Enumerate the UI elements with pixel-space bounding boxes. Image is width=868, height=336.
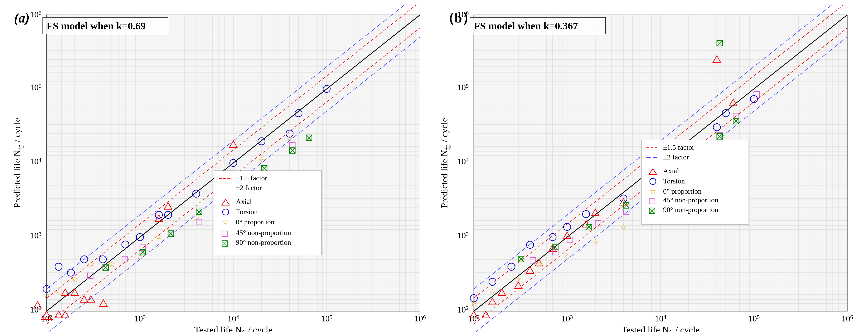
- svg-text:0° proportion: 0° proportion: [663, 187, 702, 195]
- svg-text:☆: ☆: [71, 274, 78, 283]
- svg-text:104: 104: [30, 157, 41, 166]
- svg-text:103: 103: [561, 314, 573, 323]
- svg-text:0° proportion: 0° proportion: [236, 218, 274, 226]
- svg-text:☆: ☆: [55, 287, 62, 296]
- svg-text:±1.5 factor: ±1.5 factor: [236, 174, 267, 182]
- svg-text:☆: ☆: [470, 299, 477, 308]
- svg-text:106: 106: [841, 314, 853, 323]
- svg-text:105: 105: [30, 82, 41, 92]
- svg-text:Axial: Axial: [236, 198, 252, 205]
- svg-text:☆: ☆: [620, 222, 627, 231]
- svg-text:90° non-proportion: 90° non-proportion: [663, 206, 718, 213]
- svg-text:106: 106: [414, 314, 426, 323]
- svg-text:45° non-proportion: 45° non-proportion: [236, 229, 291, 237]
- svg-text:☆: ☆: [489, 287, 496, 296]
- panel-label-a: (a): [14, 11, 30, 26]
- svg-text:FS model when k=0.367: FS model when k=0.367: [474, 20, 578, 32]
- svg-text:104: 104: [227, 314, 239, 323]
- svg-text:105: 105: [457, 82, 469, 92]
- svg-text:103: 103: [30, 231, 41, 240]
- chart-b-wrapper: （b）: [437, 5, 859, 332]
- svg-text:±1.5 factor: ±1.5 factor: [663, 143, 694, 151]
- svg-text:90° non-proportion: 90° non-proportion: [236, 238, 291, 246]
- svg-text:Tested life Nft / cycle: Tested life Nft / cycle: [194, 325, 272, 332]
- svg-text:102: 102: [41, 314, 52, 323]
- svg-text:☆: ☆: [43, 291, 50, 300]
- svg-text:Predicted life Nfp / cycle: Predicted life Nfp / cycle: [12, 118, 24, 208]
- svg-text:105: 105: [321, 314, 332, 323]
- svg-text:☆: ☆: [650, 187, 656, 195]
- svg-text:☆: ☆: [535, 259, 542, 269]
- svg-text:☆: ☆: [286, 134, 293, 143]
- svg-text:104: 104: [655, 314, 666, 323]
- svg-text:☆: ☆: [87, 259, 95, 269]
- svg-text:☆: ☆: [591, 237, 599, 246]
- svg-text:Predicted life Nfp / cycle: Predicted life Nfp / cycle: [439, 118, 451, 208]
- svg-text:104: 104: [457, 157, 469, 166]
- svg-text:☆: ☆: [515, 274, 522, 283]
- chart-a-svg: (a): [9, 5, 432, 332]
- svg-text:105: 105: [748, 314, 760, 323]
- svg-text:±2 factor: ±2 factor: [236, 184, 262, 192]
- svg-text:Torsion: Torsion: [236, 208, 258, 216]
- svg-text:FS model when k=0.69: FS model when k=0.69: [46, 20, 146, 32]
- main-container: (a): [0, 0, 868, 336]
- chart-a-wrapper: (a): [9, 5, 432, 332]
- svg-text:45° non-proportion: 45° non-proportion: [663, 196, 718, 204]
- svg-text:103: 103: [457, 231, 469, 240]
- svg-text:☆: ☆: [222, 218, 229, 226]
- svg-text:☆: ☆: [258, 156, 265, 165]
- svg-text:Axial: Axial: [663, 167, 679, 175]
- svg-text:☆: ☆: [155, 232, 162, 241]
- svg-text:☆: ☆: [108, 259, 115, 269]
- svg-text:106: 106: [30, 10, 41, 19]
- svg-text:102: 102: [457, 305, 469, 314]
- svg-text:103: 103: [134, 314, 146, 323]
- svg-text:102: 102: [30, 305, 41, 314]
- svg-text:102: 102: [468, 314, 479, 323]
- chart-b-svg: （b）: [437, 5, 859, 332]
- svg-text:Torsion: Torsion: [663, 177, 685, 185]
- svg-text:☆: ☆: [563, 252, 571, 261]
- svg-text:±2 factor: ±2 factor: [663, 153, 689, 161]
- svg-text:Tested life Nft / cycle: Tested life Nft / cycle: [621, 325, 700, 332]
- svg-marker-97: [61, 311, 69, 318]
